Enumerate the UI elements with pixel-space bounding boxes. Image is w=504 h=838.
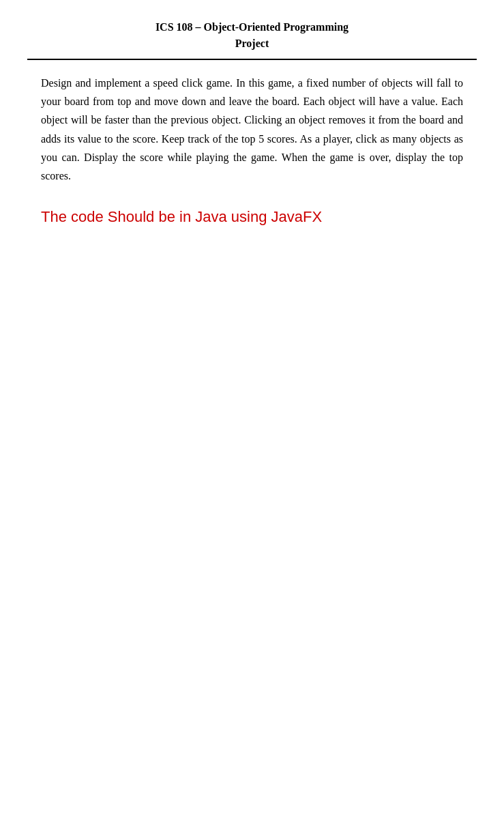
header-line2: Project: [41, 35, 463, 52]
java-note: The code Should be in Java using JavaFX: [41, 205, 463, 228]
project-description: Design and implement a speed click game.…: [41, 74, 463, 185]
header-line1: ICS 108 – Object-Oriented Programming: [41, 19, 463, 35]
page-header: ICS 108 – Object-Oriented Programming Pr…: [0, 0, 504, 59]
main-content: Design and implement a speed click game.…: [0, 60, 504, 242]
page: ICS 108 – Object-Oriented Programming Pr…: [0, 0, 504, 838]
